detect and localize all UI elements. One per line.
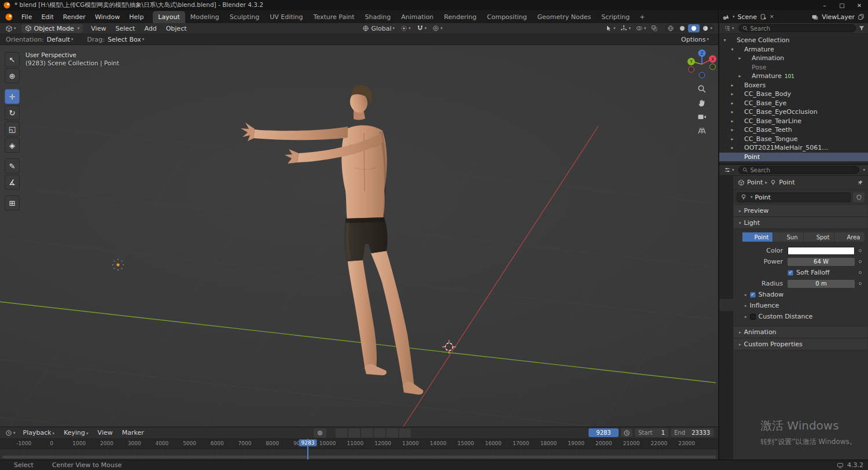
frame-start-field[interactable]: Start1 (635, 428, 668, 437)
menu-item[interactable]: File (17, 13, 36, 21)
properties-tab[interactable] (719, 197, 733, 209)
light-type-button[interactable]: Point (742, 232, 773, 242)
id-name-field[interactable]: ▾ Point (737, 193, 851, 202)
tool-button[interactable]: ✛ (5, 89, 20, 104)
expand-arrow[interactable]: ▸ (729, 83, 735, 88)
shadow-checkbox[interactable] (750, 292, 756, 298)
menu-item[interactable]: Edit (36, 13, 58, 21)
light-type-button[interactable]: Spot (804, 232, 834, 242)
tool-button[interactable]: ◈ (5, 138, 20, 153)
outliner-row[interactable]: ▸ OOT2021MaleHair_506113_Shap… (719, 143, 868, 153)
panel-preview[interactable]: ▸Preview (734, 205, 867, 217)
mode-selector[interactable]: Object Mode▾ (21, 24, 83, 33)
axis-x-negative[interactable] (689, 66, 694, 72)
tool-button[interactable]: ↖ (5, 52, 20, 67)
blender-menu-icon[interactable] (5, 13, 13, 21)
animate-dot[interactable] (859, 282, 862, 285)
disable-in-render-toggle[interactable] (857, 46, 864, 53)
object-icon[interactable] (738, 179, 745, 186)
zoom-button[interactable] (697, 84, 707, 94)
shading-wireframe-button[interactable] (665, 24, 676, 32)
properties-tab[interactable] (719, 180, 733, 193)
expand-arrow[interactable]: ▸ (737, 73, 743, 79)
outliner-row[interactable]: ▸ CC_Base_Teeth (719, 125, 868, 135)
workspace-tab[interactable]: Rendering (439, 11, 481, 23)
hide-in-viewport-toggle[interactable] (847, 82, 854, 88)
hide-in-viewport-toggle[interactable] (847, 127, 854, 134)
hide-in-viewport-toggle[interactable] (847, 145, 854, 151)
outliner-row[interactable]: ▸ Armature 101 (719, 72, 868, 81)
close-button[interactable]: ✕ (851, 0, 868, 10)
expand-arrow[interactable]: ▸ (729, 101, 735, 106)
color-swatch[interactable] (788, 247, 855, 255)
panel-animation[interactable]: ▸Animation (734, 327, 867, 338)
frame-end-field[interactable]: End23333 (671, 428, 713, 437)
custom-distance-checkbox[interactable] (750, 314, 756, 320)
transport-button[interactable] (399, 428, 411, 438)
row-name[interactable]: Armature (752, 72, 782, 80)
row-name[interactable]: Pose (752, 64, 766, 71)
row-name[interactable]: Boxers (744, 82, 766, 89)
fake-user-toggle[interactable] (853, 193, 865, 202)
transport-button[interactable] (348, 428, 360, 438)
transport-button[interactable] (336, 428, 347, 438)
axis-gizmo[interactable]: X Y Z (686, 49, 718, 80)
editor-type-button[interactable]: ▾ (722, 166, 736, 173)
soft-falloff-checkbox[interactable] (788, 270, 793, 276)
shading-material-button[interactable] (688, 24, 700, 32)
transform-orientation-dropdown[interactable]: Global▾ (361, 25, 397, 32)
menu-item[interactable]: View▾ (93, 429, 117, 436)
row-name[interactable]: CC_Base_Tongue (744, 135, 797, 143)
outliner-row[interactable]: ▾ Armature (719, 45, 868, 54)
timeline-track[interactable] (0, 449, 718, 460)
shadow-subpanel[interactable]: ▸ Shadow (737, 289, 865, 300)
row-name[interactable]: OOT2021MaleHair_506113_Shap… (744, 144, 832, 151)
expand-arrow[interactable]: ▸ (737, 55, 743, 61)
breadcrumb-data[interactable]: Point (779, 179, 795, 186)
use-preview-range-button[interactable] (621, 428, 632, 437)
workspace-tab[interactable]: Scripting (596, 11, 635, 23)
outliner-row[interactable]: Point (719, 153, 868, 162)
disable-in-render-toggle[interactable] (857, 145, 864, 151)
viewport-canvas[interactable]: User Perspective (9283) Scene Collection… (0, 45, 718, 427)
xray-toggle[interactable] (649, 25, 660, 32)
gizmos-dropdown[interactable]: ▾ (619, 25, 632, 32)
hide-in-viewport-toggle[interactable] (847, 99, 854, 106)
disable-in-render-toggle[interactable] (857, 135, 864, 142)
editor-type-button[interactable]: ▾ (3, 25, 18, 32)
animate-dot[interactable] (859, 249, 862, 252)
transport-button[interactable] (387, 428, 398, 438)
copy-view-layer-icon[interactable] (858, 13, 865, 20)
editor-type-button[interactable]: ▾ (722, 25, 736, 32)
tool-button[interactable]: ◱ (5, 121, 20, 136)
hide-in-viewport-toggle[interactable] (847, 109, 854, 116)
menu-item[interactable]: Help (124, 13, 148, 21)
menu-item[interactable]: View (86, 25, 111, 32)
expand-arrow[interactable]: ▸ (729, 127, 735, 132)
properties-tab[interactable] (719, 221, 733, 234)
outliner-row[interactable]: ▾ Scene Collection (719, 36, 868, 45)
menu-item[interactable]: Object (161, 25, 192, 32)
minimize-button[interactable]: – (816, 0, 833, 10)
disable-in-render-toggle[interactable] (857, 82, 864, 88)
light-type-button[interactable]: Sun (773, 232, 803, 242)
menu-item[interactable]: Keying▾ (59, 429, 93, 436)
tool-button[interactable]: ✎ (5, 158, 20, 173)
influence-subpanel[interactable]: ▸ Influence (737, 300, 865, 311)
disable-in-render-toggle[interactable] (857, 117, 864, 124)
panel-custom-properties[interactable]: ▸Custom Properties (734, 339, 867, 350)
light-type-button[interactable]: Area (834, 232, 865, 242)
properties-tab[interactable] (719, 234, 733, 246)
outliner-row[interactable]: ▸ Boxers (719, 81, 868, 90)
workspace-tab[interactable]: Geometry Nodes (532, 11, 596, 23)
workspace-tab[interactable]: Compositing (482, 11, 532, 23)
properties-search-input[interactable]: Search (738, 166, 860, 174)
menu-item[interactable]: Window (90, 13, 124, 21)
animate-dot[interactable] (859, 271, 862, 274)
row-name[interactable]: CC_Base_EyeOcclusion (744, 108, 818, 116)
workspace-tab[interactable]: Texture Paint (308, 11, 360, 23)
properties-tab[interactable] (719, 275, 733, 287)
tool-button[interactable]: ∡ (5, 175, 20, 190)
timeline-ruler[interactable]: -100001000200030004000500060007000800090… (0, 439, 718, 449)
expand-arrow[interactable]: ▾ (722, 38, 728, 43)
